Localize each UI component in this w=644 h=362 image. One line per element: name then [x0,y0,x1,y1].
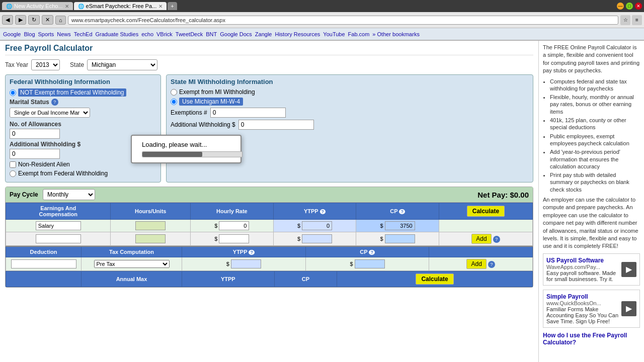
star-icon[interactable]: ☆ [620,15,630,25]
empty-rate-input[interactable] [219,234,249,243]
ad-1-subtitle[interactable]: WaveApps.com/Pay... [546,264,619,270]
bookmark-google[interactable]: Google [3,31,21,37]
marital-select[interactable]: Single or Dual Income Mar [10,108,90,118]
bookmark-sports[interactable]: Sports [38,31,54,37]
bookmark-other[interactable]: » Other bookmarks [372,31,420,37]
tab-esmart-close[interactable]: ✕ [158,4,163,9]
empty-cp-input[interactable] [385,234,415,243]
ded-ytpp-header: YTPP ? [182,246,306,257]
faq-link[interactable]: How do I use the Free Payroll Calculator… [543,332,640,346]
pay-section-header: Pay Cycle Monthly Weekly Bi-Weekly Semi-… [6,187,533,203]
tab-esmart-label: eSmart Paycheck: Free Pa... [86,3,157,9]
annual-calculate-button[interactable]: Calculate [416,274,453,285]
state-addl-input[interactable] [238,120,314,130]
use-mi-w4-row: Use Michigan MI-W-4 [171,98,529,106]
ad-1-title[interactable]: US Payroll Software [546,257,619,264]
ytpp-input[interactable] [302,221,332,230]
cp-input[interactable] [385,221,415,230]
top-row: Tax Year 2013 State Michigan [5,59,533,70]
ded-help-icon[interactable]: ? [488,261,495,268]
ad-2-text: Familiar Forms Make Accounting Easy So Y… [546,306,619,324]
marital-help-icon[interactable]: ? [51,99,58,106]
empty-ytpp-input[interactable] [302,234,332,243]
close-button[interactable]: ✕ [635,3,642,10]
ytpp-help-icon[interactable]: ? [320,209,326,214]
bookmark-vbrick[interactable]: VBrick [156,31,173,37]
ad-1-arrow[interactable]: ▶ [621,262,636,277]
ad-2-subtitle[interactable]: www.QuickBooksOn... [546,300,619,306]
ad-2-title[interactable]: Simple Payroll [546,293,619,300]
add-earnings-button[interactable]: Add [471,234,491,244]
net-pay-display: Net Pay: $0.00 [477,191,529,199]
add-deduction-button[interactable]: Add [466,259,486,269]
deduction-table: Deduction Tax Computation YTPP ? CP ? [6,246,533,271]
salary-name-input[interactable] [36,221,81,230]
ded-name-cell [6,257,82,271]
reload-button[interactable]: ↻ [28,15,40,25]
add-help-icon[interactable]: ? [493,236,500,243]
ded-cp-input[interactable] [355,259,385,268]
cp-col-header: CP ? [356,203,439,220]
ad-2-content: Simple Payroll www.QuickBooksOn... Famil… [546,293,619,324]
ded-ytpp-input[interactable] [231,259,261,268]
pretax-select[interactable]: Pre Tax [94,260,170,268]
exempt-fed-label: Exempt from Federal Withholding [18,170,108,177]
exemptions-row: Exemptions # [171,108,529,118]
maximize-button[interactable]: □ [626,3,633,10]
ded-ytpp-help-icon[interactable]: ? [249,250,255,255]
bookmark-gdocs[interactable]: Google Docs [220,31,252,37]
bookmark-history[interactable]: History Resources [275,31,320,37]
sidebar-features: Computes federal and state tax withholdi… [543,78,640,193]
stop-button[interactable]: ✕ [42,15,53,25]
ad-2-arrow[interactable]: ▶ [621,301,636,316]
ded-cp-help-icon[interactable]: ? [369,250,375,255]
nonresident-checkbox[interactable] [10,161,16,168]
actions-cell [439,220,532,232]
bookmark-news[interactable]: News [57,31,71,37]
minimize-button[interactable]: — [617,3,624,10]
rate-input[interactable] [219,221,249,230]
state-addl-withholding-group: Additional Withholding $ [171,120,529,130]
annual-max-header [6,272,82,287]
tab-echo-close[interactable]: ✕ [65,4,69,9]
exempt-fed-radio[interactable] [10,170,16,177]
bookmark-bnt[interactable]: BNT [206,31,217,37]
tab-new[interactable]: + [168,2,177,10]
addl-withholding-input[interactable] [10,149,60,159]
annual-cp-header: CP [274,272,337,287]
annual-ytpp-header: YTPP [182,272,275,287]
empty-name-input[interactable] [36,234,81,243]
calculate-button[interactable]: Calculate [467,206,505,217]
bookmark-echo[interactable]: echo [141,31,153,37]
tax-year-select[interactable]: 2013 [31,59,60,70]
tab-bar: 🌐 New Activity Echo... ✕ 🌐 eSmart Payche… [2,2,617,10]
empty-hours-input[interactable] [135,234,166,243]
exempt-mi-radio[interactable] [171,89,177,96]
back-button[interactable]: ◀ [2,15,13,25]
tab-echo[interactable]: 🌐 New Activity Echo... ✕ [2,2,73,10]
allowances-label: No. of Allowances [10,121,156,128]
tab-esmart[interactable]: 🌐 eSmart Paycheck: Free Pa... ✕ [74,2,167,10]
bookmark-teched[interactable]: TechEd [74,31,93,37]
bookmark-fab[interactable]: Fab.com [348,31,370,37]
allowances-input[interactable] [10,129,60,139]
cp-help-icon[interactable]: ? [399,209,405,214]
bookmark-tweetdeck[interactable]: TweetDeck [176,31,203,37]
bookmark-blog[interactable]: Blog [24,31,35,37]
exemptions-input[interactable] [210,108,286,118]
address-input[interactable] [68,16,618,25]
use-mi-w4-radio[interactable] [171,99,177,105]
pay-cycle-select[interactable]: Monthly Weekly Bi-Weekly Semi-Monthly Da… [43,189,95,200]
bookmark-youtube[interactable]: YouTube [323,31,345,37]
state-select[interactable]: Michigan [87,59,157,70]
bookmark-grad[interactable]: Graduate Studies [96,31,139,37]
not-exempt-radio[interactable] [10,89,16,96]
empty-hours-cell [111,232,191,246]
forward-button[interactable]: ▶ [15,15,26,25]
home-button[interactable]: ⌂ [55,16,66,25]
bookmark-zangle[interactable]: Zangle [255,31,272,37]
hours-input[interactable] [135,221,166,230]
ded-name-input[interactable] [11,259,76,268]
menu-icon[interactable]: ≡ [632,15,642,25]
ytpp-dollar-prefix: $ [297,223,300,229]
